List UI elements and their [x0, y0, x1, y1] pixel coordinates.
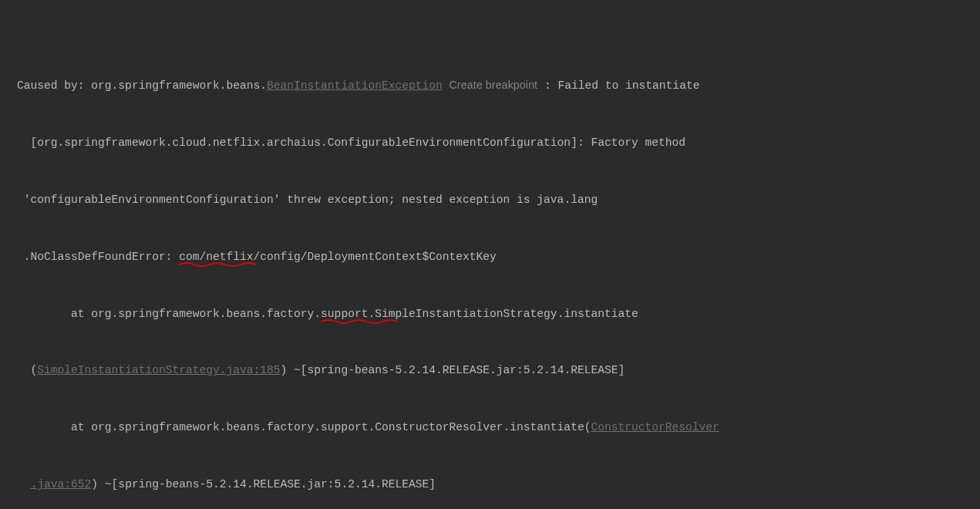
trace-line: at org.springframework.beans.factory.sup… — [0, 305, 980, 324]
text — [17, 478, 31, 490]
source-link[interactable]: .java:652 — [31, 478, 92, 490]
source-link[interactable]: ConstructorResolver — [591, 421, 719, 433]
console-output: Caused by: org.springframework.beans.Bea… — [0, 0, 980, 509]
create-breakpoint-link[interactable]: Create breakpoint — [450, 79, 538, 91]
trace-line: [org.springframework.cloud.netflix.archa… — [0, 133, 980, 153]
text: : Failed to instantiate — [537, 79, 699, 92]
text: 'configurableEnvironmentConfiguration' t… — [17, 194, 598, 206]
trace-line: Caused by: org.springframework.beans.Bea… — [0, 76, 980, 96]
text: ) ~[spring-beans-5.2.14.RELEASE.jar:5.2.… — [281, 364, 625, 376]
text: InstantiationStrategy.instantiate — [416, 308, 638, 320]
trace-line: .NoClassDefFoundError: com/netflix/confi… — [0, 248, 980, 267]
text: ) ~[spring-beans-5.2.14.RELEASE.jar:5.2.… — [91, 478, 436, 490]
exception-link[interactable]: BeanInstantiationException — [267, 79, 443, 92]
source-link[interactable]: SimpleInstantiationStrategy.java:185 — [37, 364, 280, 376]
text: com/netflix/config/DeploymentContext$Con… — [179, 251, 497, 263]
underlined-segment: support.Simple — [321, 305, 416, 324]
text: support.Simple — [321, 308, 416, 320]
text: at org.springframework.beans.factory. — [17, 308, 321, 320]
text: [org.springframework.cloud.netflix.archa… — [17, 137, 692, 149]
text: .NoClassDefFoundError: — [17, 251, 179, 263]
text: at org.springframework.beans.factory.sup… — [17, 421, 591, 433]
underlined-class: com/netflix/config/DeploymentContext$Con… — [179, 248, 497, 267]
trace-line: at org.springframework.beans.factory.sup… — [0, 418, 980, 437]
text: ( — [17, 364, 37, 376]
trace-line: 'configurableEnvironmentConfiguration' t… — [0, 190, 980, 210]
trace-line: (SimpleInstantiationStrategy.java:185) ~… — [0, 361, 980, 380]
trace-line: .java:652) ~[spring-beans-5.2.14.RELEASE… — [0, 475, 980, 494]
text: Caused by: org.springframework.beans. — [17, 79, 267, 92]
